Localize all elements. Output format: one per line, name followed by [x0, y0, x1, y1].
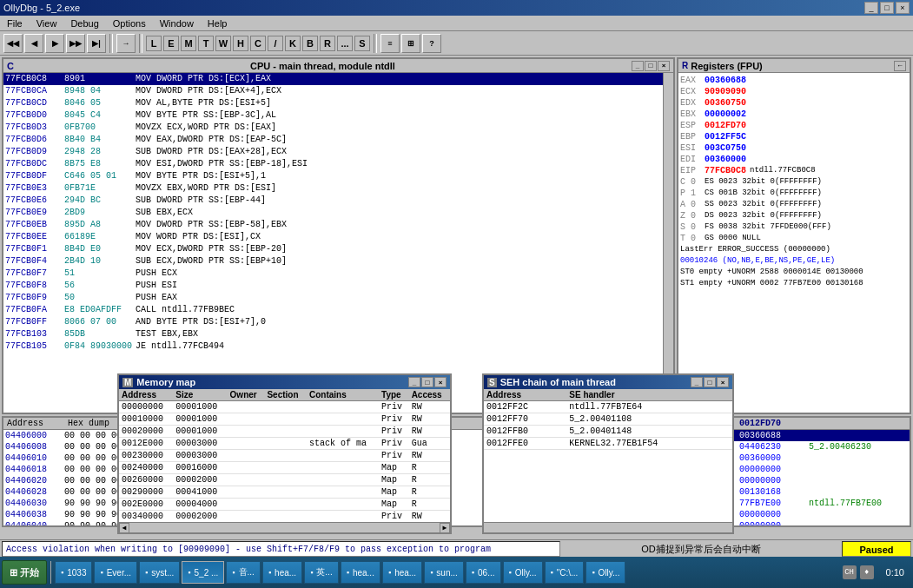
tb-dots-btn[interactable]: ...	[337, 36, 353, 51]
taskbar-item-7[interactable]: ▪hea...	[341, 561, 380, 584]
disasm-row-22[interactable]: 77FCB1050F84 89030000JE ntdll.77FCB494	[3, 340, 663, 353]
menu-window[interactable]: Window	[156, 17, 197, 30]
seh-row-2[interactable]: 0012FFB05_2.00401148	[484, 426, 732, 438]
taskbar-item-0[interactable]: ▪1033	[55, 561, 92, 584]
cpu-scrollbar[interactable]	[663, 73, 673, 413]
mem-row-5[interactable]: 0024000000016000MapR	[119, 462, 450, 474]
taskbar-item-9[interactable]: ▪sun...	[424, 561, 464, 584]
tb-play-btn[interactable]: ▶	[45, 34, 64, 53]
tb-back2-btn[interactable]: ◀◀	[3, 34, 23, 53]
mem-row-2[interactable]: 0002000000001000PrivRW	[119, 426, 450, 438]
seh-row-3[interactable]: 0012FFE0KERNEL32.77EB1F54	[484, 438, 732, 450]
taskbar-item-5[interactable]: ▪hea...	[262, 561, 302, 584]
taskbar-item-13[interactable]: ▪Olly...	[586, 561, 625, 584]
mem-row-6[interactable]: 0026000000002000MapR	[119, 474, 450, 486]
taskbar-item-6[interactable]: ▪英...	[304, 561, 339, 584]
disasm-row-4[interactable]: 77FCB0D30FB700MOVZX ECX,WORD PTR DS:[EAX…	[3, 122, 663, 134]
tb-list-btn[interactable]: ≡	[380, 34, 400, 53]
disasm-row-20[interactable]: 77FCB0FF8066 07 00AND BYTE PTR DS:[ESI+7…	[3, 316, 663, 328]
disasm-row-12[interactable]: 77FCB0EB895D A8MOV DWORD PTR SS:[EBP-58]…	[3, 219, 663, 231]
disasm-row-14[interactable]: 77FCB0F18B4D E0MOV ECX,DWORD PTR SS:[EBP…	[3, 243, 663, 255]
disasm-row-5[interactable]: 77FCB0D68B40 B4MOV EAX,DWORD PTR DS:[EAP…	[3, 134, 663, 146]
mem-row-4[interactable]: 0023000000003000PrivRW	[119, 450, 450, 462]
taskbar-item-10[interactable]: ▪06...	[466, 561, 501, 584]
seh-row-0[interactable]: 0012FF2Cntdll.77FB7E64	[484, 401, 732, 413]
tb-L-btn[interactable]: L	[146, 36, 162, 51]
mem-minimize[interactable]: _	[408, 377, 420, 387]
seh-scrollbar[interactable]	[484, 522, 732, 532]
mem-row-7[interactable]: 0029000000041000MapR	[119, 486, 450, 499]
taskbar-item-4[interactable]: ▪音...	[226, 561, 261, 584]
disasm-row-11[interactable]: 77FCB0E92BD9SUB EBX,ECX	[3, 207, 663, 219]
disasm-row-7[interactable]: 77FCB0DC8B75 E8MOV ESI,DWORD PTR SS:[EBP…	[3, 158, 663, 170]
reg-close[interactable]: ←	[894, 61, 906, 71]
menu-help[interactable]: Help	[204, 17, 231, 30]
mem-row-8[interactable]: 002E000000004000MapR	[119, 499, 450, 511]
tb-help-btn[interactable]: ?	[422, 34, 441, 53]
disasm-row-21[interactable]: 77FCB10385DBTEST EBX,EBX	[3, 328, 663, 340]
menu-file[interactable]: File	[3, 17, 26, 30]
disasm-row-0[interactable]: 77FCB0C88901MOV DWORD PTR DS:[ECX],EAX	[3, 73, 663, 85]
tb-grid-btn[interactable]: ⊞	[401, 34, 420, 53]
disasm-row-10[interactable]: 77FCB0E6294D BCSUB DWORD PTR SS:[EBP-44]	[3, 195, 663, 207]
mem-row-3[interactable]: 0012E00000003000stack of maPrivGua	[119, 438, 450, 450]
disasm-row-1[interactable]: 77FCB0CA8948 04MOV DWORD PTR DS:[EAX+4],…	[3, 85, 663, 97]
disasm-row-17[interactable]: 77FCB0F856PUSH ESI	[3, 280, 663, 292]
tb-C-btn[interactable]: C	[250, 36, 266, 51]
disasm-row-2[interactable]: 77FCB0CD8046 05MOV AL,BYTE PTR DS:[ESI+5…	[3, 97, 663, 109]
tb-back-btn[interactable]: ◀	[24, 34, 43, 53]
disasm-row-6[interactable]: 77FCB0D92948 28SUB DWORD PTR DS:[EAX+28]…	[3, 146, 663, 158]
mem-scroll-left[interactable]: ◀	[119, 523, 129, 533]
close-btn[interactable]: ×	[896, 2, 910, 14]
tb-T-btn[interactable]: T	[198, 36, 214, 51]
menu-debug[interactable]: Debug	[67, 17, 102, 30]
cpu-minimize[interactable]: _	[632, 61, 644, 71]
mem-maximize[interactable]: □	[421, 377, 433, 387]
mem-row-0[interactable]: 0000000000001000PrivRW	[119, 401, 450, 413]
disasm-row-9[interactable]: 77FCB0E30FB71EMOVZX EBX,WORD PTR DS:[ESI…	[3, 182, 663, 195]
minimize-btn[interactable]: _	[864, 2, 878, 14]
tb-S-btn[interactable]: S	[354, 36, 370, 51]
cpu-maximize[interactable]: □	[645, 61, 657, 71]
seh-close[interactable]: ×	[717, 377, 729, 387]
disasm-row-16[interactable]: 77FCB0F751PUSH ECX	[3, 268, 663, 280]
disasm-row-3[interactable]: 77FCB0D08045 C4MOV BYTE PTR SS:[EBP-3C],…	[3, 109, 663, 122]
menu-view[interactable]: View	[33, 17, 61, 30]
disasm-row-8[interactable]: 77FCB0DFC646 05 01MOV BYTE PTR DS:[ESI+5…	[3, 170, 663, 182]
tb-K-btn[interactable]: K	[285, 36, 301, 51]
tb-W-btn[interactable]: W	[215, 36, 231, 51]
seh-row-1[interactable]: 0012FF705_2.00401108	[484, 413, 732, 426]
taskbar-item-1[interactable]: ▪Ever...	[94, 561, 137, 584]
disasm-area[interactable]: 77FCB0C88901MOV DWORD PTR DS:[ECX],EAX77…	[3, 73, 663, 413]
disasm-row-15[interactable]: 77FCB0F42B4D 10SUB ECX,DWORD PTR SS:[EBP…	[3, 255, 663, 268]
tb-pause-btn[interactable]: ▶▶	[66, 34, 85, 53]
mem-scroll-right[interactable]: ▶	[440, 523, 450, 533]
tb-M-btn[interactable]: M	[181, 36, 196, 51]
mem-scrollbar-h[interactable]: ◀ ▶	[119, 522, 450, 532]
taskbar-item-12[interactable]: ▪"C:\...	[545, 561, 585, 584]
tb-E-btn[interactable]: E	[163, 36, 179, 51]
disasm-row-13[interactable]: 77FCB0EE66189EMOV WORD PTR DS:[ESI],CX	[3, 231, 663, 243]
tb-B-btn[interactable]: B	[302, 36, 318, 51]
seh-maximize[interactable]: □	[704, 377, 716, 387]
mem-row-1[interactable]: 0001000000001000PrivRW	[119, 413, 450, 426]
menu-options[interactable]: Options	[109, 17, 149, 30]
disasm-hex-2: 8046 05	[64, 97, 134, 109]
mem-close[interactable]: ×	[434, 377, 447, 387]
disasm-row-19[interactable]: 77FCB0FAE8 ED0AFDFFCALL ntdll.77FB9BEC	[3, 304, 663, 316]
disasm-row-18[interactable]: 77FCB0F950PUSH EAX	[3, 292, 663, 304]
seh-minimize[interactable]: _	[691, 377, 703, 387]
taskbar-item-11[interactable]: ▪Olly...	[503, 561, 543, 584]
tb-step-btn[interactable]: ▶|	[87, 34, 106, 53]
start-button[interactable]: ⊞ 开始	[2, 560, 47, 585]
cpu-close[interactable]: ×	[658, 61, 670, 71]
maximize-btn[interactable]: □	[880, 2, 894, 14]
taskbar-item-2[interactable]: ▪syst...	[139, 561, 180, 584]
tb-slash-btn[interactable]: /	[268, 36, 283, 51]
taskbar-item-8[interactable]: ▪hea...	[382, 561, 422, 584]
taskbar-item-3[interactable]: ▪5_2 ...	[182, 561, 224, 584]
tb-R-btn[interactable]: R	[320, 36, 335, 51]
tb-arrow-btn[interactable]: →	[116, 34, 136, 53]
mem-row-9[interactable]: 0034000000002000PrivRW	[119, 511, 450, 523]
tb-H-btn[interactable]: H	[233, 36, 248, 51]
